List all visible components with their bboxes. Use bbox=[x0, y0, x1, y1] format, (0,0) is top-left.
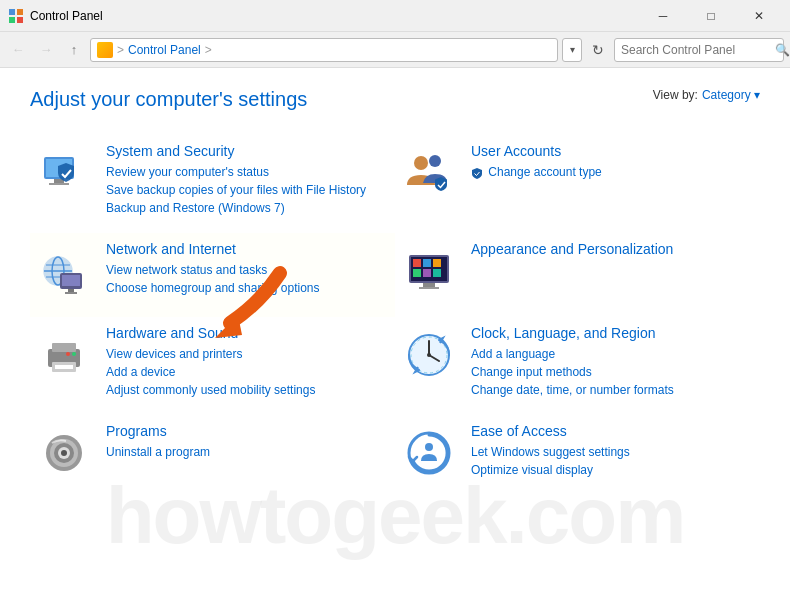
category-ease-access: Ease of Access Let Windows suggest setti… bbox=[395, 415, 760, 499]
main-content: howtogeek.com Adjust your computer's set… bbox=[0, 68, 790, 592]
appearance-icon bbox=[399, 241, 459, 301]
svg-rect-26 bbox=[433, 269, 441, 277]
category-user-accounts: User Accounts Change account type bbox=[395, 135, 760, 233]
svg-rect-28 bbox=[419, 287, 439, 289]
svg-point-46 bbox=[425, 443, 433, 451]
address-dropdown-button[interactable]: ▾ bbox=[562, 38, 582, 62]
svg-rect-23 bbox=[433, 259, 441, 267]
hardware-sound-link-2[interactable]: Add a device bbox=[106, 363, 391, 381]
user-accounts-title[interactable]: User Accounts bbox=[471, 143, 756, 159]
category-programs: Programs Uninstall a program bbox=[30, 415, 395, 499]
svg-point-45 bbox=[409, 433, 449, 473]
user-accounts-link-1[interactable]: Change account type bbox=[471, 163, 756, 181]
breadcrumb-control-panel[interactable]: Control Panel bbox=[128, 43, 201, 57]
svg-rect-16 bbox=[62, 275, 80, 286]
view-by-link[interactable]: Category ▾ bbox=[702, 88, 760, 102]
user-accounts-icon bbox=[399, 143, 459, 203]
svg-rect-3 bbox=[17, 17, 23, 23]
categories-grid: System and Security Review your computer… bbox=[30, 135, 760, 499]
svg-rect-0 bbox=[9, 9, 15, 15]
ease-access-icon bbox=[399, 423, 459, 483]
breadcrumb-separator-2: > bbox=[205, 43, 212, 57]
category-clock-region: Clock, Language, and Region Add a langua… bbox=[395, 317, 760, 415]
search-input[interactable] bbox=[621, 43, 771, 57]
system-security-icon bbox=[34, 143, 94, 203]
svg-rect-25 bbox=[423, 269, 431, 277]
hardware-sound-icon bbox=[34, 325, 94, 385]
back-button[interactable]: ← bbox=[6, 38, 30, 62]
hardware-sound-title[interactable]: Hardware and Sound bbox=[106, 325, 391, 341]
maximize-button[interactable]: □ bbox=[688, 0, 734, 32]
hardware-sound-link-3[interactable]: Adjust commonly used mobility settings bbox=[106, 381, 391, 399]
svg-point-44 bbox=[61, 450, 67, 456]
system-security-link-1[interactable]: Review your computer's status bbox=[106, 163, 391, 181]
clock-region-link-1[interactable]: Add a language bbox=[471, 345, 756, 363]
svg-rect-1 bbox=[17, 9, 23, 15]
view-by-label: View by: bbox=[653, 88, 698, 102]
svg-rect-21 bbox=[413, 259, 421, 267]
view-by: View by: Category ▾ bbox=[653, 88, 760, 102]
network-internet-link-1[interactable]: View network status and tasks bbox=[106, 261, 391, 279]
category-appearance: Appearance and Personalization bbox=[395, 233, 760, 317]
category-system-security: System and Security Review your computer… bbox=[30, 135, 395, 233]
network-internet-title[interactable]: Network and Internet bbox=[106, 241, 391, 257]
svg-rect-30 bbox=[52, 343, 76, 352]
page-title: Adjust your computer's settings bbox=[30, 88, 307, 111]
appearance-text: Appearance and Personalization bbox=[471, 241, 756, 261]
svg-rect-18 bbox=[65, 292, 77, 294]
category-hardware-sound: Hardware and Sound View devices and prin… bbox=[30, 317, 395, 415]
system-security-link-2[interactable]: Save backup copies of your files with Fi… bbox=[106, 181, 391, 199]
page-header: Adjust your computer's settings View by:… bbox=[30, 88, 760, 111]
svg-point-33 bbox=[72, 352, 76, 356]
hardware-sound-link-1[interactable]: View devices and printers bbox=[106, 345, 391, 363]
search-box[interactable]: 🔍 bbox=[614, 38, 784, 62]
programs-link-1[interactable]: Uninstall a program bbox=[106, 443, 391, 461]
address-right: ▾ ↻ bbox=[562, 38, 610, 62]
minimize-button[interactable]: ─ bbox=[640, 0, 686, 32]
svg-rect-32 bbox=[55, 365, 73, 369]
user-accounts-text: User Accounts Change account type bbox=[471, 143, 756, 181]
svg-rect-24 bbox=[413, 269, 421, 277]
title-bar-title: Control Panel bbox=[30, 9, 640, 23]
system-security-text: System and Security Review your computer… bbox=[106, 143, 391, 217]
ease-access-text: Ease of Access Let Windows suggest setti… bbox=[471, 423, 756, 479]
svg-rect-2 bbox=[9, 17, 15, 23]
clock-region-link-2[interactable]: Change input methods bbox=[471, 363, 756, 381]
ease-access-title[interactable]: Ease of Access bbox=[471, 423, 756, 439]
system-security-title[interactable]: System and Security bbox=[106, 143, 391, 159]
svg-rect-17 bbox=[68, 289, 74, 292]
svg-point-9 bbox=[429, 155, 441, 167]
up-button[interactable]: ↑ bbox=[62, 38, 86, 62]
system-security-link-3[interactable]: Backup and Restore (Windows 7) bbox=[106, 199, 391, 217]
search-icon: 🔍 bbox=[775, 43, 790, 57]
breadcrumb-separator-1: > bbox=[117, 43, 124, 57]
close-button[interactable]: ✕ bbox=[736, 0, 782, 32]
network-internet-text: Network and Internet View network status… bbox=[106, 241, 391, 297]
title-bar: Control Panel ─ □ ✕ bbox=[0, 0, 790, 32]
programs-text: Programs Uninstall a program bbox=[106, 423, 391, 461]
clock-region-title[interactable]: Clock, Language, and Region bbox=[471, 325, 756, 341]
network-internet-icon bbox=[34, 241, 94, 301]
address-bar: ← → ↑ > Control Panel > ▾ ↻ 🔍 bbox=[0, 32, 790, 68]
forward-button[interactable]: → bbox=[34, 38, 58, 62]
appearance-title[interactable]: Appearance and Personalization bbox=[471, 241, 756, 257]
refresh-button[interactable]: ↻ bbox=[586, 38, 610, 62]
network-internet-link-2[interactable]: Choose homegroup and sharing options bbox=[106, 279, 391, 297]
breadcrumb-folder-icon bbox=[97, 42, 113, 58]
title-bar-controls: ─ □ ✕ bbox=[640, 0, 782, 32]
programs-icon bbox=[34, 423, 94, 483]
clock-region-text: Clock, Language, and Region Add a langua… bbox=[471, 325, 756, 399]
svg-point-34 bbox=[66, 352, 70, 356]
svg-rect-22 bbox=[423, 259, 431, 267]
clock-region-link-3[interactable]: Change date, time, or number formats bbox=[471, 381, 756, 399]
ease-access-link-2[interactable]: Optimize visual display bbox=[471, 461, 756, 479]
svg-rect-7 bbox=[49, 183, 69, 185]
svg-rect-27 bbox=[423, 283, 435, 287]
hardware-sound-text: Hardware and Sound View devices and prin… bbox=[106, 325, 391, 399]
title-bar-icon bbox=[8, 8, 24, 24]
clock-region-icon bbox=[399, 325, 459, 385]
breadcrumb-bar[interactable]: > Control Panel > bbox=[90, 38, 558, 62]
svg-point-39 bbox=[427, 353, 431, 357]
ease-access-link-1[interactable]: Let Windows suggest settings bbox=[471, 443, 756, 461]
programs-title[interactable]: Programs bbox=[106, 423, 391, 439]
